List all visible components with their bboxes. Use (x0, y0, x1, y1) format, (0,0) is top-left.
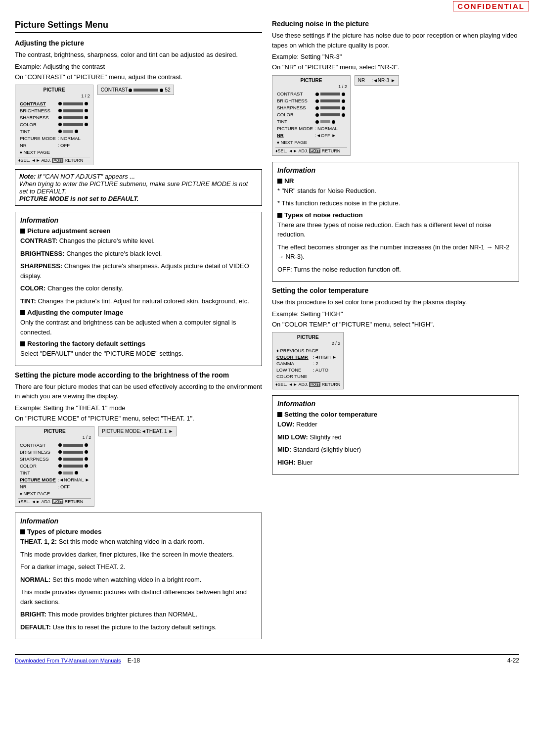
page-title: Picture Settings Menu (15, 20, 262, 33)
info-nr-types-body2: The effect becomes stronger as the numbe… (277, 242, 514, 262)
info-default: DEFAULT: Use this to reset the picture t… (20, 622, 257, 632)
info-box-4: Information Setting the color temperatur… (272, 395, 519, 474)
page-right: 4-22 (507, 657, 519, 664)
info-theat: THEAT. 1, 2: Set this mode when watching… (20, 537, 257, 547)
example-contrast-label: Example: Adjusting the contrast (15, 63, 262, 70)
menu-box-title: PICTURE (18, 87, 90, 93)
footer-left: Downloaded From TV-Manual.com Manuals E-… (15, 657, 140, 664)
example-high-label: Example: Setting "HIGH" (272, 310, 519, 318)
menu3-row-tint: TINT (276, 119, 313, 125)
info-theat-body: This mode provides darker, finer picture… (20, 550, 257, 560)
info-heading-computer: Adjusting the computer image (20, 309, 257, 316)
menu-row-picture-mode: PICTURE MODE (19, 135, 56, 141)
info-title-3: Information (277, 166, 514, 174)
menu4-row-colortemp: COLOR TEMP. (276, 354, 312, 360)
menu3-row-sharpness: SHARPNESS (276, 105, 313, 111)
menu4-row-colortune: COLOR TUNE (276, 374, 312, 379)
info-brightness: BRIGHTNESS: Changes the picture's black … (20, 249, 257, 259)
info-theat2: For a darker image, select THEAT. 2. (20, 562, 257, 572)
info-low: LOW: Redder (277, 420, 514, 429)
menu2-row-contrast: CONTRAST (19, 442, 56, 448)
info-box-2: Information Types of picture modes THEAT… (15, 513, 262, 639)
example-nr3-body: On "NR" of "PICTURE" menu, select "NR-3"… (272, 62, 519, 72)
menu3-row-contrast: CONTRAST (276, 91, 313, 97)
reducing-noise-body: Use these settings if the picture has no… (272, 31, 519, 50)
menu-footer-3: ♦SEL. ◄► ADJ. EXIT RETURN (275, 147, 347, 153)
menu2-row-picture-mode: PICTURE MODE (19, 476, 56, 482)
menu-row-contrast: CONTRAST (19, 100, 56, 106)
info-heading-color-temp: Setting the color temperature (277, 411, 514, 418)
note-italic2: When trying to enter the PICTURE submenu… (19, 180, 248, 195)
menu-row-tint: TINT (19, 128, 56, 134)
info-contrast: CONTRAST: Changes the picture's white le… (20, 236, 257, 246)
example-contrast-body: On "CONTRAST" of "PICTURE" menu, adjust … (15, 72, 262, 82)
menu-diagram-nr: PICTURE 1 / 2 CONTRAST BRIGHTNESS SHARPN… (272, 75, 519, 156)
menu-table3: CONTRAST BRIGHTNESS SHARPNESS COLOR TINT… (275, 90, 347, 146)
menu-footer-1: ♦SEL. ◄► ADJ. EXIT RETURN (18, 157, 90, 163)
note-can-not-adjust: Note: If "CAN NOT ADJUST" appears ... Wh… (15, 169, 262, 206)
menu-box-nr: PICTURE 1 / 2 CONTRAST BRIGHTNESS SHARPN… (272, 75, 351, 156)
info-heading-types: Types of picture modes (20, 528, 257, 535)
menu-footer-4: ♦SEL. ◄► ADJ. EXIT RETURN (275, 381, 340, 387)
menu3-row-nr: NR (276, 133, 313, 139)
info-heading-factory: Restoring the factory default settings (20, 340, 257, 347)
page-left: E-18 (128, 657, 140, 664)
info-title-2: Information (20, 517, 257, 525)
menu-box-page: 1 / 2 (18, 94, 90, 98)
info-mid-low: MID LOW: Slightly red (277, 432, 514, 442)
left-column: Picture Settings Menu Adjusting the pict… (15, 20, 262, 644)
menu-box2-page: 1 / 2 (18, 435, 91, 440)
submenu-contrast: CONTRAST 52 (97, 85, 174, 95)
picture-mode-body1: There are four picture modes that can be… (15, 382, 262, 401)
info-high: HIGH: Bluer (277, 458, 514, 468)
menu2-row-sharpness: SHARPNESS (19, 456, 56, 462)
right-column: Reducing noise in the picture Use these … (272, 20, 519, 644)
menu4-row-lowtone: LOW TONE (276, 367, 312, 373)
menu-box-contrast: PICTURE 1 / 2 CONTRAST BRIGHTNESS SHARPN… (15, 85, 93, 165)
menu3-row-next: ♦ NEXT PAGE (276, 140, 346, 145)
menu-box-picture-mode: PICTURE 1 / 2 CONTRAST BRIGHTNESS SHARPN… (15, 426, 94, 507)
color-temperature-section: Setting the color temperature Use this p… (272, 286, 519, 389)
picture-mode-heading: Setting the picture mode according to th… (15, 371, 262, 379)
info-nr-item2: * This function reduces noise in the pic… (277, 198, 514, 208)
example-nr3-label: Example: Setting "NR-3" (272, 53, 519, 60)
example-theat-body: On "PICTURE MODE" of "PICTURE" menu, sel… (15, 414, 262, 424)
info-normal: NORMAL: Set this mode when watching vide… (20, 575, 257, 585)
download-link[interactable]: Downloaded From TV-Manual.com Manuals (15, 658, 121, 663)
menu2-row-brightness: BRIGHTNESS (19, 449, 56, 455)
info-sharpness: SHARPNESS: Changes the picture's sharpne… (20, 261, 257, 281)
menu2-row-color: COLOR (19, 463, 56, 469)
reducing-noise-heading: Reducing noise in the picture (272, 20, 519, 28)
info-title-4: Information (277, 400, 514, 408)
info-heading-adjustment: Picture adjustment screen (20, 227, 257, 235)
menu-row-color: COLOR (19, 121, 56, 127)
color-temp-body: Use this procedure to set color tone pro… (272, 297, 519, 307)
menu-box3-title: PICTURE (275, 78, 347, 83)
menu-diagram-contrast: PICTURE 1 / 2 CONTRAST BRIGHTNESS SHARPN… (15, 85, 262, 165)
menu-box-color-temp: PICTURE 2 / 2 ♦ PREVIOUS PAGE COLOR TEMP… (272, 332, 344, 389)
info-nr-types-body3: OFF: Turns the noise reduction function … (277, 265, 514, 275)
menu-diagram-picture-mode: PICTURE 1 / 2 CONTRAST BRIGHTNESS SHARPN… (15, 426, 262, 507)
menu-row-brightness: BRIGHTNESS (19, 107, 56, 113)
menu-box2-title: PICTURE (18, 428, 91, 434)
info-box-1: Information Picture adjustment screen CO… (15, 212, 262, 366)
example-theat-label: Example: Setting the "THEAT. 1" mode (15, 404, 262, 412)
example-high-body: On "COLOR TEMP." of "PICTURE" menu, sele… (272, 320, 519, 330)
menu2-row-nr: NR (19, 483, 56, 489)
adjusting-picture-body1: The contrast, brightness, sharpness, col… (15, 50, 262, 60)
info-bright: BRIGHT: This mode provides brighter pict… (20, 610, 257, 619)
menu-row-nr: NR (19, 142, 56, 148)
info-tint: TINT: Changes the picture's tint. Adjust… (20, 296, 257, 306)
menu-row-next: ♦ NEXT PAGE (19, 149, 89, 155)
menu-table: CONTRAST BRIGHTNESS SHARPNESS COLOR TINT… (18, 99, 90, 156)
menu3-row-color: COLOR (276, 112, 313, 118)
info-color: COLOR: Changes the color density. (20, 284, 257, 293)
info-title-1: Information (20, 216, 257, 224)
menu4-page: 2 / 2 (275, 341, 340, 346)
info-factory-body: Select "DEFAULT" under the "PICTURE MODE… (20, 349, 257, 359)
note-title: Note: (19, 173, 38, 180)
note-italic3: PICTURE MODE is not set to DEFAULT. (19, 195, 138, 202)
adjusting-picture-section: Adjusting the picture The contrast, brig… (15, 39, 262, 206)
color-temp-heading: Setting the color temperature (272, 286, 519, 294)
menu-diagram-color-temp: PICTURE 2 / 2 ♦ PREVIOUS PAGE COLOR TEMP… (272, 332, 519, 389)
